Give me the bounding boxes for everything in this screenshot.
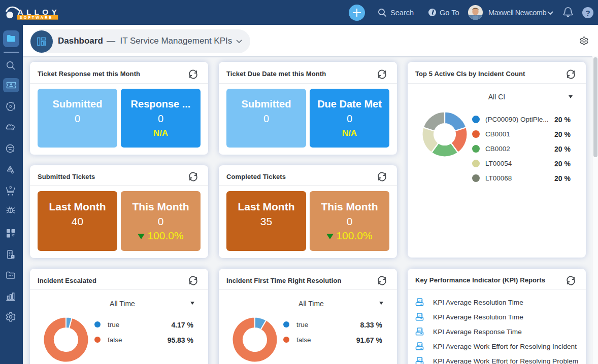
svg-text:SOFTWARE: SOFTWARE — [20, 15, 53, 20]
